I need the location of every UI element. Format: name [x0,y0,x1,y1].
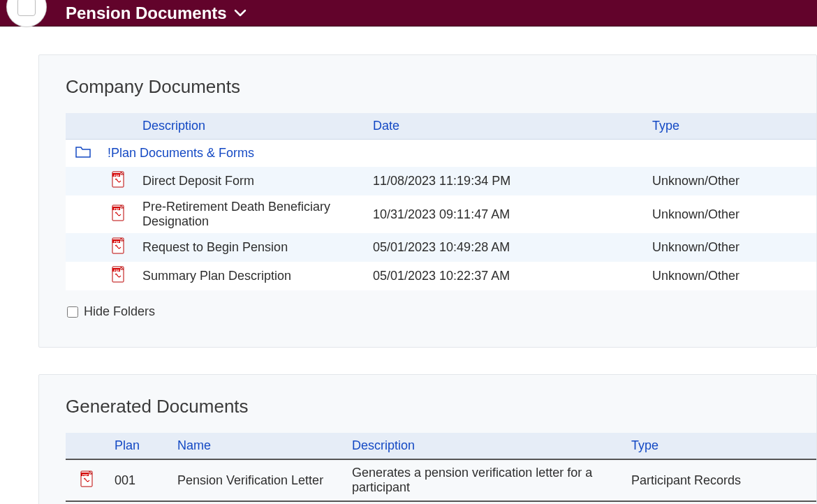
company-documents-table: Description Date Type !Plan Documents & … [66,113,816,290]
folder-icon [75,144,91,163]
cell-date: 10/31/2023 09:11:47 AM [366,195,645,233]
cell-description: Pre-Retirement Death Beneficiary Designa… [135,195,366,233]
table-row[interactable]: Summary Plan Description 05/01/2023 10:2… [66,262,816,290]
cell-description: Summary Plan Description [135,262,366,290]
cell-description: Generates a pension verification letter … [345,459,624,501]
table-row[interactable]: Pre-Retirement Death Beneficiary Designa… [66,195,816,233]
cell-type: Unknown/Other [645,262,816,290]
page-title-dropdown[interactable]: Pension Documents [66,3,246,23]
cell-type: Unknown/Other [645,195,816,233]
hide-folders-label: Hide Folders [84,304,155,319]
avatar[interactable] [7,0,46,27]
cell-plan: 001 [108,459,170,501]
table-row[interactable]: 001 Pension Verification Letter Generate… [66,459,816,501]
col-description[interactable]: Description [135,113,366,140]
cell-type: Unknown/Other [645,167,816,195]
col-plan[interactable]: Plan [108,433,170,459]
col-name[interactable]: Name [170,433,345,459]
pdf-icon [111,171,125,191]
cell-date: 05/01/2023 10:49:28 AM [366,233,645,262]
col-date[interactable]: Date [366,113,645,140]
pdf-icon [111,237,125,258]
folder-row[interactable]: !Plan Documents & Forms [66,140,816,168]
generated-documents-card: Generated Documents Plan Name Descriptio… [38,374,817,504]
document-icon [17,0,36,16]
generated-documents-table: Plan Name Description Type 001 Pension V… [66,433,816,502]
generated-documents-heading: Generated Documents [66,396,816,417]
folder-label: !Plan Documents & Forms [108,146,254,160]
hide-folders-checkbox[interactable]: Hide Folders [67,304,816,319]
table-row[interactable]: Direct Deposit Form 11/08/2023 11:19:34 … [66,167,816,195]
col-type[interactable]: Type [645,113,816,140]
company-documents-card: Company Documents Description Date Type [38,54,817,348]
pdf-icon [111,266,125,286]
top-bar: Pension Documents [0,0,817,27]
cell-name: Pension Verification Letter [170,459,345,501]
cell-description: Direct Deposit Form [135,167,366,195]
pdf-icon [111,205,125,225]
company-documents-heading: Company Documents [66,76,816,98]
cell-date: 05/01/2023 10:22:37 AM [366,262,645,290]
table-row[interactable]: Request to Begin Pension 05/01/2023 10:4… [66,233,816,262]
pdf-icon [80,470,94,491]
col-description[interactable]: Description [345,433,624,459]
hide-folders-input[interactable] [67,306,78,318]
page-title: Pension Documents [66,3,227,23]
cell-type: Unknown/Other [645,233,816,262]
cell-type: Participant Records [624,459,816,501]
col-type[interactable]: Type [624,433,816,459]
cell-description: Request to Begin Pension [135,233,366,262]
chevron-down-icon [234,9,246,17]
cell-date: 11/08/2023 11:19:34 PM [366,167,645,195]
